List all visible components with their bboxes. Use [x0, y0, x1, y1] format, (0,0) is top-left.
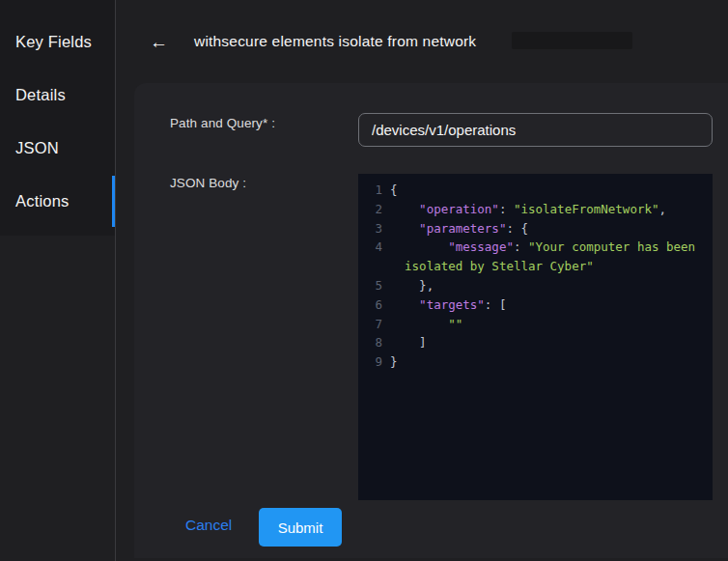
sidebar: Key Fields Details JSON Actions — [0, 0, 115, 236]
sidebar-item-label: Details — [15, 86, 66, 104]
path-and-query-label: Path and Query* : — [170, 116, 275, 130]
code-line: 3 "parameters": { — [358, 219, 713, 238]
code-line: 9 } — [358, 352, 713, 372]
code-line: isolated by Stellar Cyber" — [358, 257, 713, 276]
sidebar-item-json[interactable]: JSON — [0, 122, 115, 175]
code-text: isolated by Stellar Cyber" — [390, 257, 594, 276]
action-form-card: Path and Query* : JSON Body : 1 { 2 "ope… — [134, 83, 728, 558]
line-number: 5 — [358, 276, 390, 295]
line-number: 7 — [358, 315, 390, 334]
submit-button[interactable]: Submit — [259, 508, 342, 547]
code-text: } — [390, 352, 398, 372]
code-text: "message": "Your computer has been — [390, 238, 695, 257]
line-number: 9 — [358, 352, 390, 372]
back-arrow-icon[interactable]: ← — [150, 33, 168, 51]
code-text: "targets": [ — [390, 295, 506, 315]
sidebar-item-label: Actions — [15, 192, 70, 210]
code-line: 6 "targets": [ — [358, 295, 713, 315]
line-number: 8 — [358, 333, 390, 352]
sidebar-item-actions[interactable]: Actions — [0, 175, 115, 228]
json-body-editor[interactable]: 1 { 2 "operation": "isolateFromNetwork",… — [358, 174, 713, 500]
line-number: 4 — [358, 238, 390, 257]
line-number: 6 — [358, 295, 390, 315]
code-text: "parameters": { — [390, 219, 528, 238]
code-text: ] — [390, 333, 427, 352]
sidebar-divider — [115, 0, 116, 561]
sidebar-item-label: Key Fields — [15, 33, 92, 51]
page-title: withsecure elements isolate from network — [194, 33, 476, 50]
code-text: }, — [390, 276, 434, 295]
code-line: 2 "operation": "isolateFromNetwork", — [358, 200, 713, 219]
code-line: 5 }, — [358, 276, 713, 295]
code-line: 1 { — [358, 181, 713, 200]
line-number: 3 — [358, 219, 390, 238]
code-text: "operation": "isolateFromNetwork", — [390, 200, 666, 219]
line-number: 1 — [358, 181, 390, 200]
page-header: ← withsecure elements isolate from netwo… — [134, 25, 728, 58]
code-line: 8 ] — [358, 333, 713, 352]
sidebar-item-key-fields[interactable]: Key Fields — [0, 15, 115, 69]
code-line: 4 "message": "Your computer has been — [358, 238, 713, 257]
line-number — [358, 257, 390, 276]
code-text: "" — [390, 315, 462, 334]
path-and-query-input[interactable] — [358, 113, 713, 147]
redacted-badge — [512, 32, 632, 49]
sidebar-item-label: JSON — [15, 139, 59, 157]
json-body-label: JSON Body : — [170, 176, 246, 190]
cancel-button[interactable]: Cancel — [185, 517, 232, 534]
code-line: 7 "" — [358, 315, 713, 334]
code-text: { — [390, 181, 398, 200]
line-number: 2 — [358, 200, 390, 219]
sidebar-item-details[interactable]: Details — [0, 69, 115, 122]
